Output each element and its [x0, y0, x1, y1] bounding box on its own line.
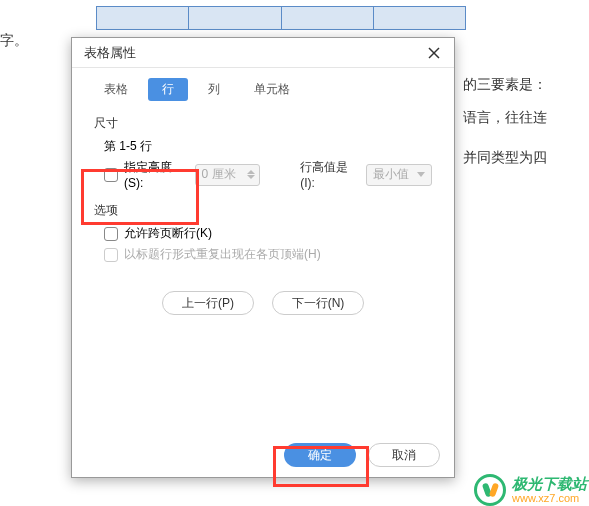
height-value: 0 厘米	[202, 166, 236, 183]
tab-column[interactable]: 列	[194, 78, 234, 101]
chevron-down-icon	[417, 172, 425, 177]
height-input[interactable]: 0 厘米	[195, 164, 261, 186]
bg-table	[96, 6, 466, 30]
options-title: 选项	[94, 202, 432, 219]
tab-table[interactable]: 表格	[90, 78, 142, 101]
spinner-icon	[245, 165, 259, 185]
bg-text: 并同类型为四	[463, 145, 547, 170]
nav-row: 上一行(P) 下一行(N)	[72, 291, 454, 315]
repeat-header-checkbox[interactable]	[104, 248, 118, 262]
bg-text: 字。	[0, 28, 28, 53]
height-label: 指定高度(S):	[124, 159, 189, 190]
dialog-footer: 确定 取消	[284, 443, 440, 467]
height-checkbox[interactable]	[104, 168, 118, 182]
prev-row-button[interactable]: 上一行(P)	[162, 291, 254, 315]
row-range: 第 1-5 行	[94, 138, 432, 155]
tabs: 表格 行 列 单元格	[72, 68, 454, 107]
ok-button[interactable]: 确定	[284, 443, 356, 467]
watermark-title: 极光下载站	[512, 476, 587, 493]
repeat-header-label: 以标题行形式重复出现在各页顶端(H)	[124, 246, 321, 263]
watermark-url: www.xz7.com	[512, 492, 587, 504]
dialog-titlebar: 表格属性	[72, 38, 454, 68]
tab-cell[interactable]: 单元格	[240, 78, 304, 101]
watermark: 极光下载站 www.xz7.com	[474, 474, 587, 506]
next-row-button[interactable]: 下一行(N)	[272, 291, 364, 315]
row-high-select[interactable]: 最小值	[366, 164, 432, 186]
close-button[interactable]	[422, 41, 446, 65]
cancel-button[interactable]: 取消	[368, 443, 440, 467]
watermark-icon	[474, 474, 506, 506]
dialog-title: 表格属性	[84, 44, 136, 62]
bg-text: 的三要素是：	[463, 72, 547, 97]
break-across-label: 允许跨页断行(K)	[124, 225, 212, 242]
table-properties-dialog: 表格属性 表格 行 列 单元格 尺寸 第 1-5 行 指定高度(S): 0 厘米…	[71, 37, 455, 478]
bg-text: 语言，往往连	[463, 105, 547, 130]
tab-row[interactable]: 行	[148, 78, 188, 101]
size-section: 尺寸 第 1-5 行 指定高度(S): 0 厘米 行高值是(I): 最小值	[72, 107, 454, 202]
size-title: 尺寸	[94, 115, 432, 132]
break-across-checkbox[interactable]	[104, 227, 118, 241]
row-high-value: 最小值	[373, 166, 409, 183]
row-high-label: 行高值是(I):	[300, 159, 360, 190]
close-icon	[428, 47, 440, 59]
options-section: 选项 允许跨页断行(K) 以标题行形式重复出现在各页顶端(H)	[72, 202, 454, 275]
